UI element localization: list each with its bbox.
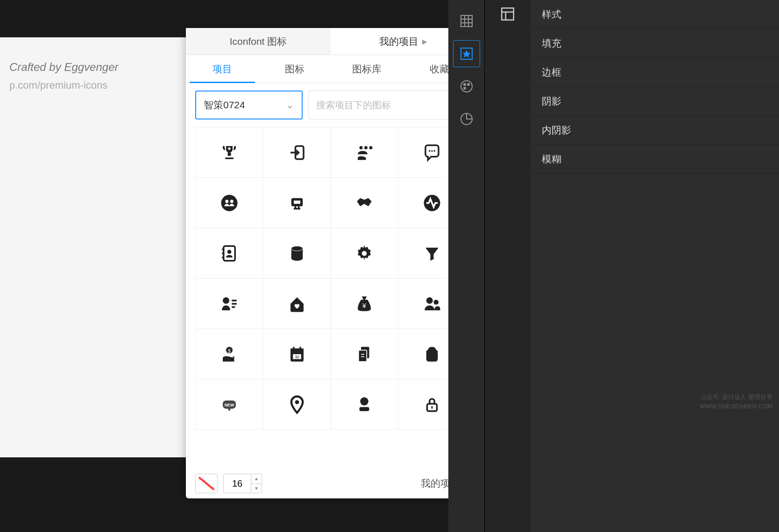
subtab-icon[interactable]: 图标 [258,55,331,83]
svg-point-11 [225,200,228,203]
svg-text:$: $ [228,348,231,353]
svg-text:NEW: NEW [225,402,234,407]
svg-point-6 [369,146,373,149]
svg-rect-38 [360,407,369,411]
svg-point-21 [362,251,367,256]
svg-rect-14 [294,200,300,203]
svg-point-25 [434,300,439,305]
sub-tabs: 项目 图标 图标库 收藏 [186,55,475,83]
crafted-text: Crafted by Eggvenger [9,61,177,74]
icon-grid: ¥$30NEW [186,127,475,469]
size-value: 16 [224,474,251,493]
svg-text:¥: ¥ [362,301,366,309]
tab-iconfont[interactable]: Iconfont 图标 [186,28,331,55]
project-select-value: 智策0724 [204,98,245,112]
svg-point-47 [461,81,472,92]
stepper-down[interactable]: ▼ [251,484,262,493]
prop-shadow[interactable]: 阴影 [531,87,779,116]
prop-style[interactable]: 样式 [531,0,779,29]
svg-point-24 [426,297,433,304]
svg-point-50 [464,87,466,89]
prop-border[interactable]: 边框 [531,58,779,87]
svg-rect-41 [461,15,472,27]
prop-fill[interactable]: 填充 [531,29,779,58]
canvas-background: Crafted by Eggvenger p.com/premium-icons [0,37,187,457]
size-stepper[interactable]: 16 ▲ ▼ [223,474,262,493]
search-row: 智策0724 ⌄ 搜索项目下的图标 [186,83,475,127]
panel-footer: 16 ▲ ▼ 我的项目› [186,469,475,498]
project-select[interactable]: 智策0724 ⌄ [195,91,303,119]
layout-icon [500,6,516,22]
svg-point-9 [434,150,436,152]
svg-point-7 [429,150,431,152]
finance-hand-icon[interactable]: $ [196,329,263,379]
grid-tool-icon[interactable] [453,7,480,35]
user-list-icon[interactable] [196,279,263,329]
prop-blur[interactable]: 模糊 [531,145,779,174]
svg-point-37 [361,397,369,406]
svg-text:30: 30 [295,354,299,359]
color-swatch[interactable] [195,474,218,493]
database-icon[interactable] [263,228,331,279]
nav-layout-top[interactable] [485,0,531,28]
properties-panel: 样式 填充 边框 阴影 内阴影 模糊 [531,0,779,532]
money-bag-icon[interactable]: ¥ [331,279,399,329]
svg-point-48 [464,84,466,85]
calendar-icon[interactable]: 30 [263,329,331,379]
palette-tool-icon[interactable] [453,73,480,100]
group-icon[interactable] [196,178,263,228]
profile-icon[interactable] [331,379,399,430]
iconfont-panel: Iconfont 图标 我的项目▶ 项目 图标 图标库 收藏 智策0724 ⌄ … [186,28,475,498]
svg-point-17 [227,250,232,254]
home-heart-icon[interactable] [263,279,331,329]
svg-rect-62 [502,8,514,20]
svg-point-12 [230,200,234,203]
documents-icon[interactable] [331,329,399,379]
svg-point-22 [223,297,229,304]
gear-icon[interactable] [331,228,399,279]
url-text: p.com/premium-icons [9,79,177,91]
login-icon[interactable] [263,127,331,178]
prop-inner-shadow[interactable]: 内阴影 [531,116,779,145]
svg-point-2 [228,147,230,149]
subtab-project[interactable]: 项目 [186,55,258,83]
stepper-up[interactable]: ▲ [251,474,262,484]
subtab-library[interactable]: 图标库 [331,55,403,83]
search-placeholder: 搜索项目下的图标 [316,99,391,112]
trophy-icon[interactable] [196,127,263,178]
search-input[interactable]: 搜索项目下的图标 [308,91,466,119]
team-hand-icon[interactable] [331,127,399,178]
svg-point-8 [431,150,433,152]
svg-rect-33 [359,350,367,362]
svg-point-5 [364,146,368,149]
main-tabs: Iconfont 图标 我的项目▶ [186,28,475,55]
new-badge-icon[interactable]: NEW [196,379,263,430]
vertical-toolbar [448,0,485,532]
location-icon[interactable] [263,379,331,430]
watermark: 公众号: 设计达人 整理分享 WWW.SHEJIDAREN.COM [700,392,772,411]
svg-point-36 [295,400,299,404]
svg-rect-29 [290,348,304,351]
svg-point-10 [221,195,237,211]
handshake-icon[interactable] [331,178,399,228]
chevron-right-icon: ▶ [422,38,427,45]
side-nav-top-extra [485,0,531,532]
svg-point-49 [467,84,469,85]
chevron-down-icon: ⌄ [286,99,294,111]
contacts-icon[interactable] [196,228,263,279]
pie-tool-icon[interactable] [453,105,480,133]
svg-point-4 [360,146,363,149]
star-tool-icon[interactable] [453,40,480,67]
projector-icon[interactable] [263,178,331,228]
